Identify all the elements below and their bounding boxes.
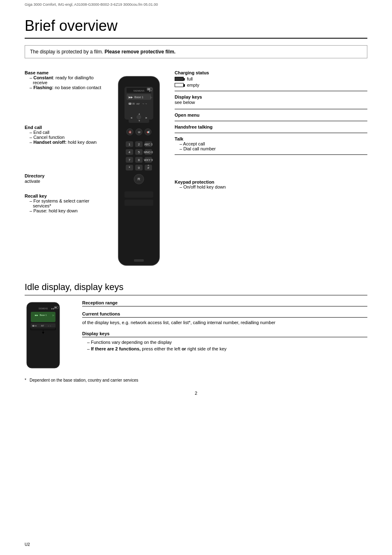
header-text: Giga 3000 Comfort, IM1-engl, A31008-G300… (25, 2, 158, 7)
recall-item2: – Pause: hold key down (28, 208, 103, 213)
svg-rect-63 (31, 312, 55, 322)
svg-text:WXY 9: WXY 9 (144, 159, 153, 161)
recall-item1: – For systems & select carrier services* (28, 198, 103, 208)
bottom-ref: U2 (25, 542, 30, 547)
svg-text:◄: ◄ (130, 116, 133, 119)
diagram-wrapper: Base name – Constant: ready for dialling… (25, 68, 367, 274)
notice-text: The display is protected by a film. (30, 49, 104, 55)
page-container: Giga 3000 Comfort, IM1-engl, A31008-G300… (0, 0, 392, 555)
open-menu-title: Open menu (175, 113, 367, 117)
page-header: Giga 3000 Comfort, IM1-engl, A31008-G300… (0, 0, 392, 9)
svg-text:▲: ▲ (138, 113, 141, 115)
charging-title: Charging status (175, 70, 367, 75)
end-call-item1: – End call (28, 130, 103, 135)
display-keys-item1: – Functions vary depending on the displa… (85, 339, 367, 346)
recall-title: Recall key (25, 193, 103, 198)
charging-full-row: full (175, 76, 367, 81)
page-title: Brief overview (25, 17, 367, 39)
annotation-handsfree: Handsfree talking (175, 124, 367, 133)
svg-text:7: 7 (128, 158, 130, 162)
idle-right: Reception range Current functions of the… (82, 300, 367, 371)
svg-text:▶▶: ▶▶ (35, 314, 38, 316)
phone-image-col: SIEMENS ▶▷ ▶▶ Base 1 ▷ ☎ ✉ (103, 68, 175, 274)
base-name-flashing: – Flashing: no base station contact (28, 85, 103, 90)
main-content: Brief overview The display is protected … (0, 9, 392, 412)
charging-full-text: full (187, 76, 193, 81)
svg-text:4: 4 (128, 150, 130, 154)
svg-text:Base 1: Base 1 (39, 314, 46, 316)
current-functions-text: of the display keys, e.g. network access… (82, 319, 367, 326)
charge-full-icon (175, 77, 184, 81)
svg-rect-57 (134, 259, 144, 262)
svg-text:☎: ☎ (138, 131, 141, 134)
display-keys-text: see below (175, 99, 367, 106)
display-keys-body: – Functions vary depending on the displa… (82, 339, 367, 352)
svg-text:✉: ✉ (132, 102, 135, 105)
svg-rect-62 (55, 307, 57, 308)
svg-text:►: ► (145, 116, 148, 119)
svg-text:#: # (147, 166, 149, 170)
right-column: Charging status full empty Display keys … (175, 68, 367, 274)
reception-range-section: Reception range (82, 300, 367, 306)
end-call-title: End call (25, 125, 103, 130)
svg-text:▶▶: ▶▶ (129, 96, 133, 99)
talk-accept: – Accept call (178, 141, 367, 146)
keypad-prot-text: – On/off hold key down (178, 184, 367, 189)
annotation-display-keys: Display keys see below (175, 94, 367, 109)
annotation-keypad-prot: Keypad protection – On/off hold key down (175, 180, 367, 189)
annotation-talk: Talk – Accept call – Dial call number (175, 136, 367, 155)
idle-phone-svg: SIEMENS ▶▶ ▶▶ Base 1 ▷ (25, 300, 72, 370)
current-functions-title: Current functions (82, 311, 367, 318)
page-number: 2 (25, 391, 367, 396)
svg-text:→→: →→ (47, 325, 51, 327)
base-name-title: Base name (25, 70, 103, 75)
directory-text: activate (25, 178, 103, 184)
svg-text:5: 5 (138, 150, 140, 154)
footnote-text: Dependent on the base station, country a… (30, 378, 138, 382)
svg-text:▷: ▷ (53, 314, 54, 316)
svg-text:MNO 6: MNO 6 (143, 151, 152, 154)
display-keys-item2: – If there are 2 functions, press either… (85, 345, 367, 352)
idle-section: Idle display, display keys SIEMENS ▶▶ (25, 282, 367, 396)
svg-text:☎ ✉: ☎ ✉ (32, 325, 37, 327)
svg-text:8: 8 (138, 158, 140, 162)
annotation-charging: Charging status full empty (175, 70, 367, 91)
left-column: Base name – Constant: ready for dialling… (25, 68, 103, 274)
idle-phone-illustration: SIEMENS ▶▶ ▶▶ Base 1 ▷ (25, 300, 74, 371)
svg-text:SIEMENS: SIEMENS (39, 307, 48, 310)
svg-text:*: * (129, 166, 130, 170)
keypad-prot-title: Keypad protection (175, 180, 367, 184)
charging-empty-row: empty (175, 83, 367, 88)
svg-text:→→: →→ (142, 102, 148, 105)
svg-text:INT: INT (136, 103, 140, 105)
svg-text:Base 1: Base 1 (134, 96, 143, 99)
svg-text:🔇: 🔇 (129, 131, 132, 134)
svg-text:0: 0 (138, 166, 140, 170)
talk-title: Talk (175, 136, 367, 141)
handsfree-title: Handsfree talking (175, 124, 367, 129)
svg-text:▼: ▼ (138, 120, 141, 122)
svg-rect-6 (148, 88, 150, 90)
svg-text:INT: INT (41, 325, 44, 327)
display-keys-section-idle: Display keys – Functions vary depending … (82, 331, 367, 352)
svg-rect-55 (125, 191, 153, 198)
end-call-cancel: – Cancel function (28, 135, 103, 140)
end-call-handset: – Handset on/off: hold key down (28, 140, 103, 145)
svg-text:📢: 📢 (147, 131, 150, 134)
svg-text:2: 2 (138, 143, 140, 146)
annotation-recall: Recall key – For systems & select carrie… (25, 193, 103, 213)
annotation-directory: Directory activate (25, 173, 103, 184)
notice-box: The display is protected by a film. Plea… (25, 45, 367, 58)
charge-empty-icon (175, 83, 184, 87)
svg-text:☎: ☎ (128, 102, 132, 105)
svg-text:1: 1 (128, 143, 130, 146)
svg-point-21 (137, 115, 141, 119)
reception-range-title: Reception range (82, 300, 367, 306)
annotation-end-call: End call – End call – Cancel function – … (25, 125, 103, 145)
svg-rect-56 (125, 200, 153, 206)
base-name-constant: – Constant: ready for dialling/to receiv… (28, 75, 103, 85)
annotation-base-name: Base name – Constant: ready for dialling… (25, 70, 103, 90)
svg-text:ABC 3: ABC 3 (144, 143, 152, 146)
idle-section-title: Idle display, display keys (25, 282, 367, 295)
svg-text:R: R (137, 177, 140, 181)
